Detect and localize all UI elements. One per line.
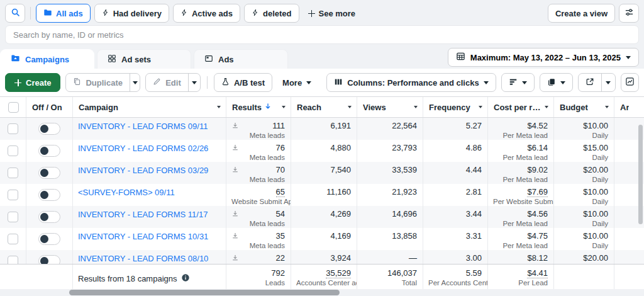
row-checkbox[interactable] <box>8 123 18 134</box>
campaign-link[interactable]: INVENTORY - LEAD FORMS 11/17 <box>78 209 208 219</box>
edit-split-button: Edit <box>145 73 201 92</box>
charts-button[interactable] <box>621 73 639 92</box>
horizontal-scrollbar-thumb[interactable] <box>69 290 340 295</box>
chevron-down-icon <box>605 106 609 108</box>
content-card: Create Duplicate Edit A/B test <box>0 69 644 289</box>
chevron-down-icon <box>560 81 565 84</box>
table-row: INVENTORY - LEAD FORMS 11/17 54Meta lead… <box>0 206 644 228</box>
row-checkbox[interactable] <box>8 212 18 222</box>
filter-active-ads-label: Active ads <box>192 9 233 18</box>
row-checkbox[interactable] <box>8 168 18 178</box>
info-icon[interactable] <box>181 273 190 284</box>
pencil-icon <box>153 77 161 88</box>
table-row: INVENTORY - LEAD FORMS 10/31 35Meta lead… <box>0 228 644 250</box>
campaign-link[interactable]: INVENTORY - LEAD FORMS 10/31 <box>78 231 208 241</box>
chevron-down-icon <box>522 81 527 84</box>
duplicate-button[interactable]: Duplicate <box>66 74 130 91</box>
see-more-button[interactable]: See more <box>303 9 361 18</box>
tab-ad-sets[interactable]: Ad sets <box>97 49 191 69</box>
chevron-down-icon <box>606 81 611 84</box>
chevron-down-icon <box>192 81 197 84</box>
more-label: More <box>282 78 302 88</box>
create-button[interactable]: Create <box>5 73 60 92</box>
calendar-icon <box>456 52 465 63</box>
reports-button[interactable] <box>540 73 573 92</box>
filter-deleted-label: deleted <box>263 9 292 18</box>
col-header-views[interactable]: Views <box>357 97 423 117</box>
col-header-reach[interactable]: Reach <box>291 97 357 117</box>
plus-icon <box>14 79 21 86</box>
row-checkbox[interactable] <box>8 256 18 264</box>
col-header-campaign[interactable]: Campaign <box>73 97 226 117</box>
row-checkbox[interactable] <box>8 234 18 244</box>
vertical-scrollbar[interactable] <box>638 125 643 224</box>
edit-dropdown[interactable] <box>188 74 200 91</box>
download-icon[interactable] <box>231 254 239 263</box>
filter-had-delivery-button[interactable]: Had delivery <box>94 4 169 23</box>
lightning-icon <box>102 9 109 18</box>
tab-row: Campaigns Ad sets Ads Maximum: May 13, 2… <box>0 48 644 69</box>
table-body: INVENTORY - LEAD FORMS 09/11 111Meta lea… <box>0 118 644 264</box>
ab-test-label: A/B test <box>234 78 265 88</box>
tab-campaigns-label: Campaigns <box>25 55 69 64</box>
duplicate-dropdown[interactable] <box>130 74 140 91</box>
select-all-checkbox[interactable] <box>8 102 19 113</box>
search-filter-button[interactable] <box>5 4 25 23</box>
export-dropdown[interactable] <box>601 74 615 91</box>
download-icon[interactable] <box>231 232 239 241</box>
ab-test-button[interactable]: A/B test <box>214 73 272 92</box>
filter-deleted-button[interactable]: deleted <box>244 4 299 23</box>
filter-active-ads-button[interactable]: Active ads <box>173 4 240 23</box>
row-checkbox[interactable] <box>8 145 18 156</box>
columns-button[interactable]: Columns: Performance and clicks <box>326 73 496 92</box>
view-settings-button[interactable] <box>619 4 639 23</box>
campaign-link[interactable]: INVENTORY - LEAD FORMS 09/11 <box>78 121 208 131</box>
breakdown-button[interactable] <box>501 73 535 92</box>
campaign-toggle[interactable] <box>38 233 60 245</box>
search-input[interactable] <box>5 25 639 44</box>
filter-all-ads-button[interactable]: All ads <box>36 4 91 23</box>
download-icon[interactable] <box>231 144 239 153</box>
date-range-button[interactable]: Maximum: May 13, 2022 – Jun 13, 2025 <box>448 48 639 67</box>
chevron-down-icon <box>306 81 311 84</box>
chevron-down-icon <box>414 106 418 108</box>
download-icon[interactable] <box>231 122 239 131</box>
edit-button[interactable]: Edit <box>146 74 188 91</box>
col-header-clipped[interactable]: Ar <box>614 97 644 117</box>
col-header-cost-per-result[interactable]: Cost per result <box>488 97 554 117</box>
more-button[interactable]: More <box>277 78 316 88</box>
campaign-toggle[interactable] <box>38 189 60 201</box>
tab-ad-sets-label: Ad sets <box>121 55 151 64</box>
campaign-link[interactable]: <SURVEY-FORMS> 09/11 <box>78 187 175 197</box>
table-row: INVENTORY - LEAD FORMS 09/11 111Meta lea… <box>0 118 644 140</box>
horizontal-scrollbar-track[interactable] <box>0 289 644 296</box>
row-checkbox[interactable] <box>8 190 18 200</box>
campaign-toggle[interactable] <box>38 167 60 179</box>
tab-campaigns[interactable]: Campaigns <box>0 49 94 69</box>
campaign-link[interactable]: INVENTORY - LEAD FORMS 08/10 <box>78 253 208 263</box>
col-header-frequency[interactable]: Frequency <box>423 97 488 117</box>
col-header-results[interactable]: Results <box>226 97 291 117</box>
campaign-toggle[interactable] <box>38 123 60 135</box>
chevron-down-icon <box>626 56 631 59</box>
chevron-down-icon <box>282 106 286 108</box>
table-row: INVENTORY - LEAD FORMS 08/10 22 3,924 — … <box>0 250 644 264</box>
download-icon[interactable] <box>231 210 239 219</box>
table-header-row: Off / On Campaign Results Reach Views Fr… <box>0 97 644 118</box>
duplicate-split-button: Duplicate <box>65 73 140 92</box>
table-summary-row: Results from 18 campaigns 792Leads 35,52… <box>0 264 644 289</box>
campaign-toggle[interactable] <box>38 255 60 264</box>
campaign-link[interactable]: INVENTORY - LEAD FORMS 03/29 <box>78 165 208 175</box>
tab-ads[interactable]: Ads <box>194 49 288 69</box>
export-button[interactable] <box>579 74 601 91</box>
chevron-down-icon <box>217 106 221 108</box>
campaign-toggle[interactable] <box>38 145 60 157</box>
campaign-toggle[interactable] <box>38 211 60 223</box>
table-row: <SURVEY-FORMS> 09/11 65Website Submit Ap… <box>0 184 644 206</box>
ads-window-icon <box>204 54 213 65</box>
search-row <box>0 25 644 48</box>
campaign-link[interactable]: INVENTORY - LEAD FORMS 02/26 <box>78 143 208 153</box>
col-header-budget[interactable]: Budget <box>554 97 614 117</box>
create-a-view-button[interactable]: Create a view <box>548 4 615 23</box>
download-icon[interactable] <box>231 166 239 175</box>
